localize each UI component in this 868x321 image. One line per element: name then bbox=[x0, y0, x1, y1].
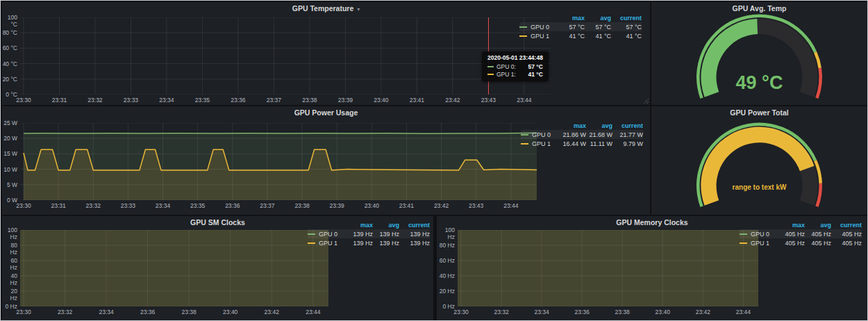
panel-title-gpu-power-usage[interactable]: GPU Power Usage bbox=[2, 106, 650, 119]
panel-resize-handle[interactable] bbox=[644, 99, 649, 104]
legend-stat-value: 41 °C bbox=[585, 33, 611, 40]
legend-series-name[interactable]: GPU 1 bbox=[519, 33, 558, 40]
x-axis-tick-label: 23:38 bbox=[296, 97, 324, 104]
legend-stat-value: 41 °C bbox=[558, 33, 585, 40]
x-axis-tick-label: 23:40 bbox=[367, 97, 395, 104]
x-axis-tick-label: 23:36 bbox=[568, 308, 596, 315]
x-axis-tick-label: 23:32 bbox=[487, 308, 515, 315]
chart-tooltip: 2020-05-01 23:44:48 GPU 0: 57 °C GPU 1: … bbox=[482, 51, 549, 81]
x-axis-tick-label: 23:30 bbox=[10, 202, 37, 209]
y-axis-tick-label: 20 Hz bbox=[437, 288, 455, 295]
series-dash-icon bbox=[521, 143, 528, 145]
y-axis-tick-label: 20 °C bbox=[2, 76, 17, 83]
legend-series-name[interactable]: GPU 1 bbox=[308, 240, 347, 247]
legend-series-name[interactable]: GPU 0 bbox=[308, 231, 347, 238]
y-axis-tick-label: 80 °C bbox=[2, 29, 17, 36]
chart-legend: maxavgcurrentGPU 057 °C57 °C57 °CGPU 141… bbox=[519, 13, 642, 40]
chart-plot-area[interactable] bbox=[20, 17, 551, 94]
panel-title-text: GPU Power Total bbox=[730, 108, 788, 117]
series-dash-icon bbox=[308, 242, 315, 244]
x-axis-tick-label: 23:41 bbox=[392, 202, 420, 209]
x-axis-tick-label: 23:35 bbox=[188, 97, 216, 104]
x-axis-tick-label: 23:33 bbox=[117, 97, 144, 104]
chart-legend: maxavgcurrentGPU 021.86 W21.68 W21.77 WG… bbox=[521, 121, 643, 148]
x-axis-tick-label: 23:33 bbox=[114, 202, 142, 209]
x-axis-tick-label: 23:32 bbox=[51, 308, 79, 315]
legend-column-header-max[interactable]: max bbox=[560, 122, 586, 129]
x-axis-tick-label: 23:42 bbox=[439, 97, 467, 104]
x-axis-tick-label: 23:34 bbox=[149, 202, 177, 209]
panel-title-gpu-temperature[interactable]: GPU Temperature▾ bbox=[2, 2, 650, 15]
x-axis-tick-label: 23:39 bbox=[331, 97, 359, 104]
panel-gpu-power-usage: GPU Power Usage maxavgcurrentGPU 021.86 … bbox=[2, 106, 650, 215]
legend-series-name[interactable]: GPU 0 bbox=[740, 231, 778, 238]
y-axis-tick-label: 80 Hz bbox=[2, 242, 17, 256]
panel-title-gpu-avg-temp[interactable]: GPU Avg. Temp bbox=[651, 2, 867, 15]
legend-series-name[interactable]: GPU 0 bbox=[519, 24, 558, 31]
panel-title-gpu-sm-clocks[interactable]: GPU SM Clocks bbox=[2, 216, 433, 229]
chart-plot-area[interactable] bbox=[458, 230, 758, 306]
y-axis-tick-label: 40 Hz bbox=[2, 272, 17, 286]
legend-stat-value: 139 Hz bbox=[399, 231, 430, 238]
legend-series-name[interactable]: GPU 1 bbox=[521, 140, 560, 147]
x-axis-tick-label: 23:37 bbox=[260, 97, 287, 104]
panel-title-text: GPU Power Usage bbox=[294, 108, 358, 117]
x-axis-tick-label: 23:40 bbox=[649, 308, 676, 315]
legend-column-header-avg[interactable]: avg bbox=[585, 15, 611, 22]
x-axis-tick-label: 23:44 bbox=[299, 308, 327, 315]
x-axis-tick-label: 23:44 bbox=[497, 202, 525, 209]
tooltip-series-row: GPU 0: 57 °C bbox=[487, 63, 543, 70]
legend-stat-value: 57 °C bbox=[585, 24, 611, 31]
y-axis-tick-label: 25 W bbox=[2, 120, 17, 126]
legend-series-name[interactable]: GPU 1 bbox=[740, 240, 778, 247]
grafana-dashboard: GPU Temperature▾ maxavgcurrentGPU 057 °C… bbox=[0, 0, 868, 321]
legend-stat-value: 21.86 W bbox=[560, 131, 586, 138]
legend-stat-value: 405 Hz bbox=[805, 231, 831, 238]
legend-series-row: GPU 0139 Hz139 Hz139 Hz bbox=[308, 229, 430, 238]
x-axis-tick-label: 23:44 bbox=[510, 97, 538, 104]
y-axis-tick-label: 20 W bbox=[2, 135, 17, 142]
x-axis-tick-label: 23:40 bbox=[217, 308, 244, 315]
x-axis-tick-label: 23:30 bbox=[10, 308, 37, 315]
legend-series-row: GPU 0405 Hz405 Hz405 Hz bbox=[740, 229, 862, 238]
series-dash-icon bbox=[519, 35, 527, 37]
series-dash-icon bbox=[308, 233, 315, 235]
x-axis-tick-label: 23:42 bbox=[689, 308, 717, 315]
panel-title-gpu-memory-clocks[interactable]: GPU Memory Clocks bbox=[437, 216, 867, 229]
y-axis-tick-label: 15 W bbox=[2, 150, 17, 157]
x-axis-tick-label: 23:36 bbox=[224, 97, 252, 104]
legend-series-row: GPU 021.86 W21.68 W21.77 W bbox=[521, 130, 643, 139]
legend-series-row: GPU 141 °C41 °C41 °C bbox=[519, 31, 642, 40]
legend-stat-value: 21.77 W bbox=[612, 131, 643, 138]
legend-stat-value: 405 Hz bbox=[778, 240, 805, 247]
tooltip-timestamp: 2020-05-01 23:44:48 bbox=[487, 54, 543, 61]
chart-plot-area[interactable] bbox=[20, 123, 537, 200]
series-dash-icon bbox=[487, 66, 494, 67]
x-axis-tick-label: 23:32 bbox=[79, 202, 107, 209]
x-axis-tick-label: 23:30 bbox=[447, 308, 475, 315]
tooltip-series-row: GPU 1: 41 °C bbox=[487, 70, 543, 78]
gauge-arc bbox=[651, 106, 867, 215]
chart-plot-area[interactable] bbox=[20, 230, 328, 306]
legend-stat-value: 16.44 W bbox=[560, 140, 586, 147]
x-axis-tick-label: 23:37 bbox=[253, 202, 281, 209]
x-axis-tick-label: 23:38 bbox=[288, 202, 316, 209]
chevron-down-icon: ▾ bbox=[357, 6, 360, 13]
legend-stat-value: 139 Hz bbox=[373, 240, 399, 247]
panel-title-gpu-power-total[interactable]: GPU Power Total bbox=[651, 106, 867, 119]
panel-gpu-power-total: GPU Power Total range to text kW bbox=[651, 106, 867, 215]
legend-column-header-current[interactable]: current bbox=[611, 15, 642, 22]
y-axis-tick-label: 20 Hz bbox=[2, 288, 17, 302]
legend-stat-value: 139 Hz bbox=[373, 231, 399, 238]
legend-column-header-current[interactable]: current bbox=[612, 122, 643, 129]
x-axis-tick-label: 23:43 bbox=[462, 202, 490, 209]
legend-column-header-avg[interactable]: avg bbox=[586, 122, 612, 129]
y-axis-tick-label: 5 W bbox=[2, 181, 17, 188]
x-axis-tick-label: 23:42 bbox=[258, 308, 285, 315]
y-axis-tick-label: 100 °C bbox=[2, 14, 17, 28]
legend-series-name[interactable]: GPU 0 bbox=[521, 131, 560, 138]
x-axis-tick-label: 23:32 bbox=[81, 97, 109, 104]
panel-gpu-avg-temp: GPU Avg. Temp 49 °C bbox=[651, 2, 867, 105]
legend-stat-value: 9.79 W bbox=[612, 140, 643, 147]
legend-column-header-max[interactable]: max bbox=[558, 15, 585, 22]
